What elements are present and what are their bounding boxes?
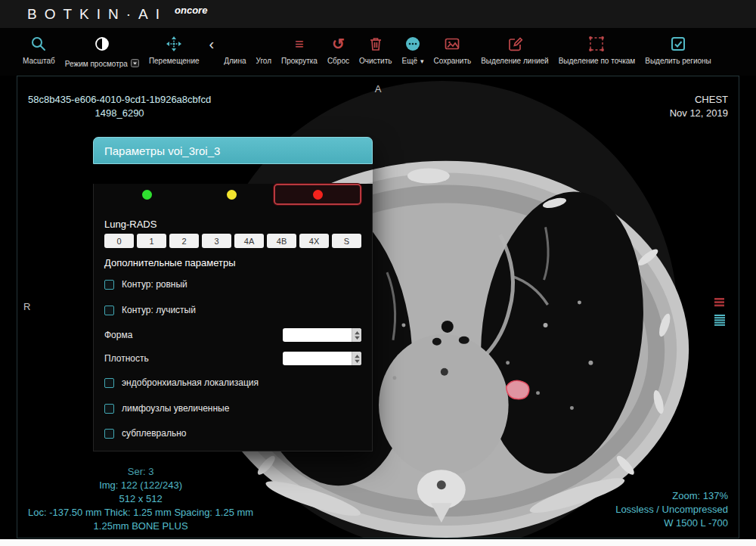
tool-label: Угол [256,57,271,65]
shape-label: Форма [104,330,132,340]
tool-label: Сохранить [433,57,471,65]
check-square-icon [669,35,687,53]
dialog-body: Lung-RADS 0 1 2 3 4A 4B 4X S Дополнитель… [93,184,373,451]
lung-rads-option-3[interactable]: 3 [202,234,231,248]
tool-label: Перемещение [149,57,200,65]
roi-parameters-dialog: Параметры voi_3roi_3 Lung-RADS 0 1 2 3 4… [93,137,373,451]
study-id: 58c8b435-e606-4010-9cd1-1b926a8cbfcd [28,93,211,107]
green-dot-icon [142,190,152,200]
angle-icon [260,35,268,53]
checkbox-subpleural[interactable]: субплеврально [104,428,361,439]
tool-length[interactable]: Длина [224,35,246,65]
stepper-icon [352,328,361,342]
caret-down-icon: ▾ [420,57,424,65]
tool-reset[interactable]: ↺ Сброс [327,35,349,65]
side-series-indicators [714,297,727,329]
image-number: Img: 122 (122/243) [28,479,253,492]
series-info: Ser: 3 Img: 122 (122/243) 512 x 512 Loc:… [28,465,253,533]
checkbox-contour-spiculated[interactable]: Контур: лучистый [104,305,361,315]
tools-collapse-chevron[interactable]: ‹ [209,35,215,53]
study-info: 58c8b435-e606-4010-9cd1-1b926a8cbfcd 149… [28,93,211,120]
stepper-icon [352,352,361,365]
tool-select-line[interactable]: Выделение линией [481,35,548,65]
toolbar: Масштаб Режим просмотра Перемещение ‹ [0,28,756,76]
magnifier-icon [29,35,48,53]
orientation-marker-anterior: A [375,82,382,96]
lung-rads-option-4b[interactable]: 4B [267,234,296,248]
tool-clear[interactable]: Очистить [359,35,392,65]
lung-rads-option-4x[interactable]: 4X [299,234,329,248]
color-option-yellow[interactable] [189,184,274,205]
tool-view-mode[interactable]: Режим просмотра [65,35,139,70]
tool-label: Выделение по точкам [559,57,636,65]
checkbox-icon [104,429,114,439]
tool-label: Ещё [401,57,417,65]
undo-icon: ↺ [332,35,345,53]
tool-more[interactable]: Ещё ▾ [401,35,423,65]
lung-rads-option-s[interactable]: S [332,234,361,248]
density-select-row: Плотность [104,351,361,366]
series-stack-red-icon[interactable] [714,297,727,311]
tool-pan[interactable]: Перемещение [149,35,200,65]
view-mode-dropdown-icon[interactable] [131,57,139,70]
length-icon [231,35,239,53]
roi-annotation [507,380,529,399]
matrix-size: 512 x 512 [28,492,253,506]
dialog-title: Параметры voi_3roi_3 [104,144,220,157]
points-selection-icon [587,35,606,53]
compression-info: Lossless / Uncompressed [615,503,728,517]
tool-save[interactable]: Сохранить [433,35,471,65]
page-background-strip [0,539,756,546]
brand-bar: BOTKIN·AI oncore [0,0,756,28]
color-option-red[interactable] [274,184,361,205]
tool-label: Прокрутка [281,57,318,65]
shape-select[interactable] [283,328,361,342]
density-select[interactable] [283,352,361,365]
additional-params-label: Дополнительные параметры [104,257,361,268]
brand-logo: BOTKIN·AI [27,6,167,23]
tool-label: Сброс [327,57,349,65]
body-part: CHEST [670,93,728,107]
lung-rads-option-2[interactable]: 2 [169,234,199,248]
color-option-green[interactable] [104,184,189,205]
checkbox-endobronchial[interactable]: эндобронхиальная локализация [104,377,361,388]
color-options-row [104,184,361,205]
pan-icon [165,35,183,53]
more-dots-icon [404,35,422,53]
dialog-header[interactable]: Параметры voi_3roi_3 [93,137,373,164]
lung-rads-buttons: 0 1 2 3 4A 4B 4X S [104,234,361,248]
lung-rads-option-4a[interactable]: 4A [234,234,264,248]
image-icon [443,35,461,53]
orientation-marker-right: R [23,300,30,314]
tool-label: Масштаб [23,57,55,65]
trash-icon [367,35,385,53]
series-number: Ser: 3 [28,465,253,479]
slice-location: Loc: -137.50 mm Thick: 1.25 mm Spacing: … [28,506,253,520]
tool-select-regions[interactable]: Выделить регионы [645,35,711,65]
tool-angle[interactable]: Угол [256,35,271,65]
checkbox-icon [104,378,114,388]
lung-rads-option-0[interactable]: 0 [104,234,134,248]
checkbox-lymph-nodes[interactable]: лимфоузлы увеличенные [104,403,361,414]
lung-rads-option-1[interactable]: 1 [137,234,166,248]
contrast-icon [93,35,111,53]
shape-select-row: Форма [104,327,361,343]
series-stack-teal-icon[interactable] [714,315,727,329]
red-dot-icon [313,190,323,200]
tool-zoom[interactable]: Масштаб [23,35,55,65]
tool-select-points[interactable]: Выделение по точкам [559,35,636,65]
density-label: Плотность [104,353,149,364]
tool-label: Очистить [359,57,392,65]
study-date: Nov 12, 2019 [670,107,728,120]
lung-rads-label: Lung-RADS [104,219,361,230]
tool-scroll[interactable]: ≡ Прокрутка [281,35,318,65]
chevron-left-icon: ‹ [209,35,215,53]
checkbox-contour-even[interactable]: Контур: ровный [104,279,361,290]
tool-label: Выделить регионы [645,57,711,65]
checkbox-icon [104,306,114,315]
study-number: 1498_6290 [28,107,211,120]
window-level: W 1500 L -700 [615,517,728,530]
menu-icon: ≡ [295,35,304,53]
zoom-level: Zoom: 137% [615,489,728,503]
edit-pencil-icon [506,35,524,53]
